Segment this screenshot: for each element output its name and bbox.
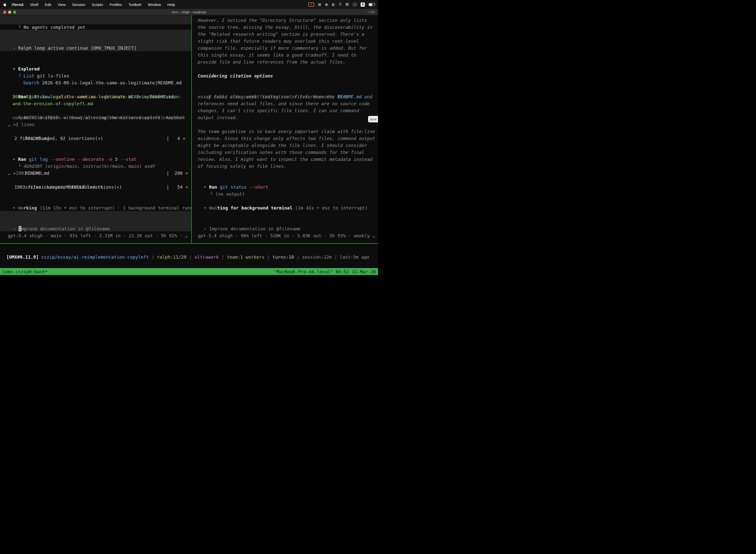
separator: | [294, 255, 302, 260]
more-lines-ellipsis-1: … +2 lines [0, 121, 191, 128]
screen-share-button[interactable]: Scre [368, 116, 378, 122]
separator: | [187, 255, 195, 260]
omx-ralph-counter: ralph:11/20 [157, 255, 187, 260]
menu-shell[interactable]: Shell [30, 2, 38, 7]
reasoning-line: The team guideline is to back every impo… [192, 128, 378, 135]
macos-menubar: iTerm2 Shell Edit View Session Scripts P… [0, 0, 378, 9]
separator: | [149, 255, 157, 260]
omx-branch-path: cczip/essay/ai-reimplementation-copyleft [42, 255, 149, 260]
prompt-chevron-icon: › [13, 45, 18, 51]
apple-menu-icon[interactable] [3, 2, 7, 6]
dots-grid-icon[interactable]: ⠿ [339, 3, 341, 6]
search-command: Search [23, 80, 39, 86]
bullet-icon: • [204, 205, 209, 211]
explored-header-line: • Explored [0, 59, 191, 65]
reasoning-line: the source tree, missing the essay. Stil… [192, 24, 378, 31]
diffstat-voicemode-line: src/voice/voiceModeEnabled.ts| 54 + [0, 177, 191, 184]
reasoning-line: slight risk that future readers may over… [192, 38, 378, 45]
input-source-icon[interactable]: A [361, 2, 365, 7]
screen-recording-icon[interactable] [308, 2, 314, 7]
agents-status-line: └ No agents completed yet [0, 17, 191, 24]
omx-team-workers: team:1 workers [227, 255, 264, 260]
battery-icon[interactable] [369, 3, 375, 6]
reasoning-line: evidence. Since this change only affects… [192, 135, 378, 142]
prompt-chevron-icon: › [13, 226, 19, 231]
bullet-icon: • [13, 205, 18, 211]
tmux-status-bar: [omx-cczip0:bash* "MacBook-Pro-44.local"… [0, 268, 378, 275]
reasoning-line: references need actual files, and since … [192, 100, 378, 107]
separator: | [332, 255, 340, 260]
search-args: 2026-03-09-is-legal-the-same-as-legitima… [39, 80, 182, 86]
tree-branch-icon: └ [18, 24, 23, 30]
ran-git-status-line: • Ran git status --short [192, 177, 378, 184]
tree-branch-icon: └ [210, 191, 215, 197]
no-output-text: (no output) [215, 191, 245, 197]
reasoning-line: might be acceptable alongside the file l… [192, 142, 378, 149]
explored-search-line: Search 2026-03-09-is-legal-the-same-as-l… [0, 72, 191, 79]
reasoning-line: changes, I can't cite specific file line… [192, 107, 378, 114]
tmux-pane-divider[interactable] [191, 15, 192, 243]
working-shimmer-bright: rking [23, 205, 37, 211]
command-icon[interactable]: ⌘ [345, 3, 349, 6]
tmux-session-window[interactable]: [omx-cczip0:bash* [2, 269, 48, 274]
reasoning-line: companion file, especially if more comme… [192, 45, 378, 52]
target-icon[interactable]: ◉ [325, 3, 328, 6]
commit-4b9d30f-line: └ 4b9d30f (origin/main, instructkr/main,… [0, 156, 191, 163]
reasoning-line: essay file, along with finding root file… [192, 93, 378, 100]
menu-profiles[interactable]: Profiles [110, 2, 122, 7]
composer-input-left[interactable]: › Improve documentation in @filename [0, 218, 191, 225]
menu-scripts[interactable]: Scripts [92, 2, 103, 7]
composer-placeholder: mprove documentation in @filename [21, 226, 110, 231]
battery-fill [369, 3, 372, 6]
ralph-inject-text: Ralph loop active continue [OMX_TMUX_INJ… [18, 45, 136, 51]
ralph-inject-line: › Ralph loop active continue [OMX_TMUX_I… [0, 38, 191, 45]
menu-edit[interactable]: Edit [45, 2, 51, 7]
diffstat-summary-2: 1903 files changed, 513517 insertions(+) [0, 184, 191, 190]
diffstat-readme-4-line: README.md| 4 + [0, 128, 191, 135]
window-shortcut-badge: ⌥⌘1 [367, 9, 376, 15]
omx-ultrawork-badge: ultrawork [194, 255, 219, 260]
menu-view[interactable]: View [58, 2, 65, 7]
omx-session-time: session:12m [302, 255, 332, 260]
omx-turns-counter: turns:10 [272, 255, 294, 260]
menubar-menus: iTerm2 Shell Edit View Session Scripts P… [12, 2, 175, 7]
tmux-horizontal-divider [0, 243, 378, 244]
window-titlebar[interactable]: omx --xhigh --madmax ⌥⌘1 [0, 9, 378, 15]
menu-iterm2[interactable]: iTerm2 [12, 2, 23, 7]
tmux-host-clock: "MacBook-Pro-44.local" 04:52 31-Mar-26 [274, 269, 376, 274]
waiting-details: (1m 41s • esc to interrupt) [293, 205, 368, 211]
working-status-line: • Working (11m 13s • esc to interrupt) ·… [0, 198, 191, 205]
reasoning-line: provide file and line references from th… [192, 59, 378, 65]
working-details: (11m 13s • esc to interrupt) · 1 backgro… [37, 205, 191, 211]
menu-toolbelt[interactable]: Toolbelt [128, 2, 141, 7]
gauge-icon[interactable]: .61 [353, 2, 357, 7]
reasoning-line: However, I noticed the "Directory Struct… [192, 17, 378, 24]
menu-session[interactable]: Session [72, 2, 85, 7]
reasoning-heading: Considering citation options [192, 72, 378, 79]
ran-git-log-line: • Ran git log --oneline --decorate -n 5 … [0, 149, 191, 156]
composer-placeholder: Improve documentation in @filename [209, 226, 300, 231]
right-terminal-pane: However, I noticed the "Directory Struct… [192, 15, 378, 243]
text-cursor: I [19, 226, 21, 231]
agents-status-text: No agents completed yet [23, 24, 85, 30]
reasoning-line: of focusing solely on file lines. [192, 163, 378, 170]
menu-help[interactable]: Help [168, 2, 175, 7]
window-grid-icon[interactable]: ⊞ [318, 3, 321, 6]
waiting-shimmer-dim: Wai [209, 205, 217, 211]
composer-input-right[interactable]: › Improve documentation in @filename [192, 218, 378, 225]
more-lines-ellipsis-2: … +1901 lines [0, 170, 191, 177]
explored-list-line: └ List git ls-files [0, 65, 191, 72]
half-circle-icon[interactable]: ◐ [332, 3, 335, 6]
commit-067f154-line: └ 067f154 (HEAD -> essay/ai-reimplementa… [0, 107, 191, 114]
working-shimmer-dim: Wo [18, 205, 23, 211]
waiting-shimmer-bright: ting for background terminal [217, 205, 293, 211]
window-title: omx --xhigh --madmax [0, 9, 378, 15]
omx-status-bar: [OMX#0.11.9] cczip/essay/ai-reimplementa… [0, 247, 378, 254]
reasoning-line: this single essay, it seems like a good … [192, 52, 378, 59]
model-status-line-left: gpt-5.4 xhigh · main · 91% left · 2.31M … [0, 232, 191, 239]
menu-window[interactable]: Window [148, 2, 161, 7]
separator: | [264, 255, 272, 260]
reasoning-line: I could cite commit statistics or refere… [192, 87, 378, 93]
left-terminal-pane: └ No agents completed yet › Ralph loop a… [0, 15, 191, 243]
omx-last-activity: last:5m ago [340, 255, 369, 260]
